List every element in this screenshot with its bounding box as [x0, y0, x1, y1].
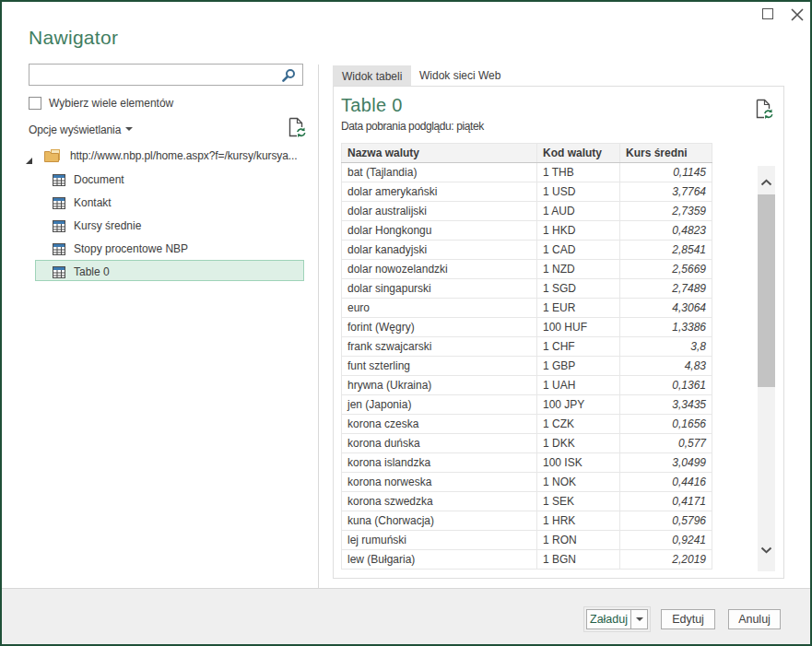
table-cell: 1 CAD: [537, 241, 620, 260]
folder-icon: [44, 149, 61, 167]
table-cell: 0,1361: [620, 376, 712, 395]
tab-web-view[interactable]: Widok sieci Web: [419, 65, 500, 86]
table-cell: forint (Węgry): [342, 318, 537, 337]
table-cell: 1 THB: [537, 163, 620, 182]
table-cell: korona szwedzka: [342, 492, 537, 511]
table-row: dolar amerykański1 USD3,7764: [342, 182, 712, 202]
table-row: kuna (Chorwacja)1 HRK0,5796: [342, 511, 712, 531]
table-cell: 1 CZK: [537, 415, 620, 434]
table-cell: 1 BGN: [537, 550, 620, 570]
tree-item-document[interactable]: Document: [2, 168, 313, 191]
table-cell: dolar Hongkongu: [342, 221, 537, 241]
multi-select-label: Wybierz wiele elementów: [49, 97, 173, 110]
table-cell: bat (Tajlandia): [342, 163, 537, 182]
tree-item-label: Table 0: [74, 265, 110, 278]
expand-arrow-icon[interactable]: [25, 152, 33, 169]
table-cell: 1 GBP: [537, 357, 620, 376]
tree-item-stopy-procentowe-nbp[interactable]: Stopy procentowe NBP: [2, 237, 313, 260]
chevron-down-icon: [636, 617, 643, 621]
table-cell: 1 RON: [537, 531, 620, 550]
table-cell: lej rumuński: [342, 531, 537, 550]
table-cell: 2,7359: [620, 202, 712, 221]
tab-table-view[interactable]: Widok tabeli: [333, 65, 411, 87]
table-icon: [53, 196, 65, 213]
table-row: korona duńska1 DKK0,577: [342, 434, 712, 453]
tree-root-row[interactable]: http://www.nbp.pl/home.aspx?f=/kursy/kur…: [2, 145, 313, 168]
maximize-icon[interactable]: [762, 8, 773, 19]
table-cell: 1 NOK: [537, 473, 620, 492]
scroll-down-icon[interactable]: [760, 541, 772, 558]
table-cell: 0,4823: [620, 221, 712, 241]
multi-select-checkbox[interactable]: [29, 97, 41, 110]
search-icon[interactable]: [280, 67, 297, 84]
cancel-button[interactable]: Anuluj: [728, 609, 781, 629]
panel-divider: [318, 65, 319, 588]
tree-item-label: Document: [74, 173, 124, 186]
table-cell: 3,0499: [620, 453, 712, 473]
table-icon: [53, 173, 65, 190]
table-cell: 1 NZD: [537, 260, 620, 279]
table-cell: dolar amerykański: [342, 182, 537, 202]
tree-item-table-0[interactable]: Table 0: [2, 260, 313, 283]
table-cell: 3,7764: [620, 182, 712, 202]
table-icon: [53, 265, 65, 282]
table-row: dolar Hongkongu1 HKD0,4823: [342, 221, 712, 241]
display-options-label: Opcje wyświetlania: [29, 123, 121, 136]
tree-item-kontakt[interactable]: Kontakt: [2, 191, 313, 214]
display-options[interactable]: Opcje wyświetlania: [29, 121, 121, 137]
scrollbar-thumb[interactable]: [758, 194, 775, 387]
table-cell: 1 SGD: [537, 279, 620, 299]
tree-item-kursy-rednie[interactable]: Kursy średnie: [2, 214, 313, 237]
table-row: frank szwajcarski1 CHF3,8: [342, 337, 712, 357]
navigation-tree: http://www.nbp.pl/home.aspx?f=/kursy/kur…: [2, 145, 313, 283]
table-row: dolar singapurski1 SGD2,7489: [342, 279, 712, 299]
refresh-preview-icon[interactable]: [756, 99, 774, 120]
table-cell: euro: [342, 299, 537, 318]
table-row: forint (Węgry)100 HUF1,3386: [342, 318, 712, 337]
load-button[interactable]: Załaduj: [586, 609, 631, 629]
refresh-icon[interactable]: [288, 117, 307, 138]
table-cell: 0,1656: [620, 415, 712, 434]
table-cell: 0,4171: [620, 492, 712, 511]
load-dropdown-button[interactable]: [630, 609, 648, 629]
scroll-up-icon[interactable]: [760, 173, 772, 190]
table-row: euro1 EUR4,3064: [342, 299, 712, 318]
table-cell: 4,83: [620, 357, 712, 376]
table-row: dolar nowozelandzki1 NZD2,5669: [342, 260, 712, 279]
search-box: [29, 64, 303, 86]
preview-pane: Table 0 Data pobrania podglądu: piątek N…: [333, 86, 784, 579]
table-cell: 0,1145: [620, 163, 712, 182]
close-icon[interactable]: [789, 6, 804, 21]
table-header-row: Nazwa walutyKod walutyKurs średni: [342, 144, 712, 163]
table-cell: frank szwajcarski: [342, 337, 537, 357]
table-cell: dolar nowozelandzki: [342, 260, 537, 279]
table-cell: korona duńska: [342, 434, 537, 453]
table-cell: 1 EUR: [537, 299, 620, 318]
table-cell: dolar australijski: [342, 202, 537, 221]
column-header: Nazwa waluty: [342, 144, 537, 163]
table-cell: 1 DKK: [537, 434, 620, 453]
table-cell: 1 UAH: [537, 376, 620, 395]
table-icon: [53, 242, 65, 259]
table-row: lew (Bułgaria)1 BGN2,2019: [342, 550, 712, 570]
navigator-dialog: Nawigator Wybierz wiele elementów Opcje …: [0, 0, 812, 646]
search-input[interactable]: [31, 66, 280, 84]
table-cell: hrywna (Ukraina): [342, 376, 537, 395]
tree-item-label: Kontakt: [74, 196, 112, 209]
table-cell: 0,9241: [620, 531, 712, 550]
footer: Załaduj Edytuj Anuluj: [2, 588, 810, 644]
table-cell: lew (Bułgaria): [342, 550, 537, 570]
table-cell: 1,3386: [620, 318, 712, 337]
edit-button[interactable]: Edytuj: [661, 609, 715, 629]
table-cell: 100 ISK: [537, 453, 620, 473]
vertical-scrollbar[interactable]: [758, 166, 775, 571]
column-header: Kurs średni: [620, 144, 712, 163]
table-cell: 0,4416: [620, 473, 712, 492]
table-cell: 100 HUF: [537, 318, 620, 337]
table-row: funt szterling1 GBP4,83: [342, 357, 712, 376]
table-cell: 0,577: [620, 434, 712, 453]
table-cell: 3,3435: [620, 395, 712, 415]
table-row: korona czeska1 CZK0,1656: [342, 415, 712, 434]
table-cell: 1 HRK: [537, 511, 620, 531]
preview-table: Nazwa walutyKod walutyKurs średni bat (T…: [341, 143, 712, 570]
